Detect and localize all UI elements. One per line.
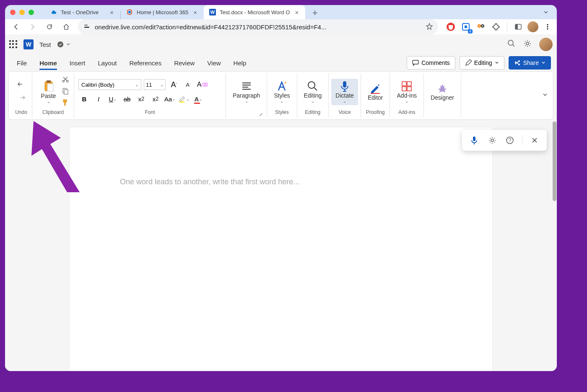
paste-button[interactable]: Paste ⌄: [37, 78, 60, 106]
change-case-button[interactable]: Aa⌄: [164, 93, 176, 105]
browser-tab[interactable]: Home | Microsoft 365 ×: [121, 5, 204, 19]
editing-button[interactable]: Editing ⌄: [300, 79, 326, 105]
app-launcher-icon[interactable]: [9, 40, 18, 49]
paragraph-button[interactable]: Paragraph ⌄: [229, 79, 264, 105]
styles-button[interactable]: Styles ⌄: [270, 79, 294, 105]
microphone-button[interactable]: [468, 134, 480, 146]
menu-review[interactable]: Review: [168, 58, 200, 68]
svg-text:?: ?: [509, 137, 512, 143]
font-size-select[interactable]: 11⌄: [144, 79, 166, 90]
highlight-button[interactable]: ⌄: [178, 93, 190, 105]
italic-button[interactable]: I: [93, 93, 104, 105]
close-tab-icon[interactable]: ×: [192, 9, 199, 16]
document-page[interactable]: One word leads to another, write that fi…: [70, 127, 492, 371]
format-painter-icon[interactable]: [62, 99, 69, 108]
user-avatar[interactable]: [539, 38, 553, 51]
font-name-select[interactable]: Calibri (Body)⌄: [78, 79, 141, 90]
svg-rect-37: [402, 87, 406, 91]
menu-insert[interactable]: Insert: [64, 58, 91, 68]
underline-button[interactable]: U⌄: [107, 93, 119, 105]
search-icon[interactable]: [507, 39, 516, 49]
addins-button[interactable]: Add-ins ⌄: [392, 79, 421, 105]
titlebar: Test - OneDrive × Home | Microsoft 365 ×…: [5, 5, 557, 19]
menu-help[interactable]: Help: [228, 58, 252, 68]
close-icon[interactable]: [529, 134, 540, 146]
forward-button[interactable]: [25, 19, 40, 34]
vertical-scrollbar[interactable]: [553, 121, 556, 201]
back-button[interactable]: [8, 19, 23, 34]
dictation-toolbar: ?: [462, 130, 547, 151]
ublock-icon[interactable]: [445, 21, 457, 33]
clear-formatting-icon[interactable]: A⌫: [197, 79, 208, 90]
shrink-font-icon[interactable]: Aˇ: [182, 79, 194, 90]
browser-window: Test - OneDrive × Home | Microsoft 365 ×…: [5, 5, 557, 371]
extensions-menu-icon[interactable]: [490, 21, 502, 33]
cut-icon[interactable]: [62, 75, 69, 85]
document-title[interactable]: Test: [39, 41, 51, 48]
copy-icon[interactable]: [62, 87, 69, 96]
font-color-button[interactable]: A⌄: [192, 93, 204, 105]
word-app: W Test File Home Insert Layout Reference…: [5, 34, 557, 371]
tab-title: Test - OneDrive: [61, 9, 105, 15]
share-button[interactable]: Share: [509, 56, 551, 70]
minimize-window[interactable]: [19, 10, 25, 15]
help-icon[interactable]: ?: [504, 134, 516, 146]
svg-point-33: [308, 82, 315, 88]
bookmark-icon[interactable]: [426, 23, 433, 31]
close-window[interactable]: [10, 10, 16, 15]
word-logo-icon: W: [23, 39, 34, 49]
save-status[interactable]: [57, 41, 70, 48]
svg-point-16: [547, 26, 548, 27]
svg-point-15: [547, 24, 548, 25]
ribbon-collapse-icon[interactable]: [539, 88, 551, 103]
menu-layout[interactable]: Layout: [92, 58, 122, 68]
extension-icon[interactable]: 4: [460, 21, 472, 33]
home-button[interactable]: [59, 19, 74, 34]
site-settings-icon[interactable]: [83, 23, 91, 31]
tabs-dropdown[interactable]: [540, 6, 552, 18]
subscript-button[interactable]: x2: [135, 93, 147, 105]
extension-icon[interactable]: [475, 21, 487, 33]
new-tab-button[interactable]: +: [309, 7, 321, 19]
menu-view[interactable]: View: [201, 58, 226, 68]
editing-mode-button[interactable]: Editing: [460, 56, 504, 70]
redo-icon[interactable]: [17, 93, 26, 103]
kebab-menu-icon[interactable]: [542, 21, 553, 33]
grow-font-icon[interactable]: Aˆ: [168, 79, 180, 90]
svg-rect-38: [407, 87, 411, 91]
menu-bar: File Home Insert Layout References Revie…: [5, 54, 557, 71]
settings-icon[interactable]: [523, 39, 532, 49]
svg-point-24: [515, 62, 517, 64]
close-tab-icon[interactable]: ×: [108, 9, 115, 16]
superscript-button[interactable]: x2: [150, 93, 161, 105]
dictate-button[interactable]: Dictate ⌄: [331, 79, 358, 105]
url-text: onedrive.live.com/edit?action=editnew&id…: [95, 23, 421, 31]
browser-tab[interactable]: Test - OneDrive ×: [45, 5, 120, 19]
svg-text:W: W: [210, 10, 215, 15]
styles-icon: [276, 80, 288, 92]
svg-rect-5: [84, 27, 89, 28]
sidepanel-icon[interactable]: [512, 21, 524, 33]
bold-button[interactable]: B: [78, 93, 90, 105]
browser-toolbar: onedrive.live.com/edit?action=editnew&id…: [5, 19, 557, 34]
dialog-launcher-icon[interactable]: ⤢: [259, 112, 262, 117]
browser-tab-active[interactable]: W Test.docx - Microsoft Word O ×: [204, 5, 305, 19]
menu-references[interactable]: References: [123, 58, 167, 68]
svg-point-22: [518, 60, 520, 62]
window-controls: [10, 10, 34, 15]
strikethrough-button[interactable]: ab: [121, 93, 133, 105]
address-bar[interactable]: onedrive.live.com/edit?action=editnew&id…: [78, 19, 438, 34]
close-tab-icon[interactable]: ×: [293, 9, 300, 16]
settings-icon[interactable]: [486, 134, 498, 146]
comments-button[interactable]: Comments: [407, 56, 455, 70]
menu-file[interactable]: File: [11, 58, 33, 68]
designer-button[interactable]: Designer: [426, 81, 458, 103]
menu-home[interactable]: Home: [34, 58, 63, 68]
divider: [522, 135, 522, 145]
group-label: Font: [77, 109, 223, 117]
reload-button[interactable]: [42, 19, 57, 34]
editor-button[interactable]: Editor: [364, 81, 387, 103]
profile-avatar[interactable]: [527, 21, 538, 32]
maximize-window[interactable]: [29, 10, 34, 15]
undo-icon[interactable]: [17, 80, 26, 90]
